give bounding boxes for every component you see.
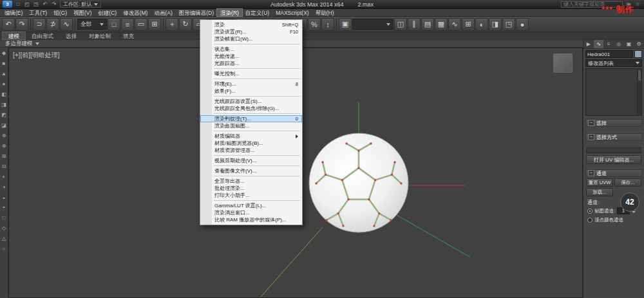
left-toolbar-icon[interactable]: ⊗ xyxy=(1,142,8,150)
vertex-color-channel-radio[interactable]: 顶点颜色通道 xyxy=(583,216,644,225)
left-toolbar-icon[interactable]: ▲ xyxy=(1,70,8,78)
menu-item[interactable]: 材质资源管理器... xyxy=(200,147,302,154)
soccer-ball-model[interactable] xyxy=(307,131,410,234)
schematic-view-icon[interactable]: ⊞ xyxy=(462,18,475,31)
menubar-item[interactable]: MAXScript(X) xyxy=(272,9,312,16)
menubar-item[interactable]: 渲染(R) xyxy=(217,9,242,16)
rendered-frame-window-icon[interactable]: ◳ xyxy=(502,18,515,31)
window-crossing-icon[interactable]: ⊞ xyxy=(148,18,161,31)
menu-item[interactable]: 光线跟踪器设置(S)... xyxy=(200,98,302,105)
panel-tab-motion[interactable]: ◎ xyxy=(614,40,624,48)
menubar-item[interactable]: 修改器(M) xyxy=(120,9,151,16)
menubar-item[interactable]: 创建(C) xyxy=(95,9,120,16)
open-uv-editor-button[interactable]: 打开 UV 编辑器... xyxy=(586,155,641,164)
left-toolbar-icon[interactable]: ■ xyxy=(1,59,8,68)
ribbon-tab[interactable]: 对象绘制 xyxy=(83,32,117,39)
ribbon-tab[interactable]: 选择 xyxy=(60,32,82,39)
edit-named-selection-sets-icon[interactable]: ▣ xyxy=(339,18,352,31)
panel-tab-create[interactable]: ▶ xyxy=(583,40,594,48)
left-toolbar-icon[interactable]: ◑ xyxy=(1,183,8,191)
menu-item[interactable]: 渲染到纹理(T)...0 xyxy=(200,115,302,122)
left-toolbar-icon[interactable]: ◓ xyxy=(1,203,8,212)
left-toolbar-icon[interactable]: ◇ xyxy=(1,224,8,232)
spinner-snap-icon[interactable]: ↕ xyxy=(321,18,334,31)
favorites-icon[interactable]: ☆ xyxy=(634,1,641,8)
ribbon-toggle-icon[interactable]: ▦ xyxy=(435,18,448,31)
left-toolbar-icon[interactable]: ◪ xyxy=(1,121,8,129)
menubar-item[interactable]: 帮助(H) xyxy=(312,9,337,16)
unlink-selection-icon[interactable]: ⊅ xyxy=(46,18,59,31)
menu-item[interactable]: Gamma/LUT 设置(L)... xyxy=(200,202,302,209)
select-and-move-icon[interactable]: ＋ xyxy=(166,18,178,31)
rollout-channel[interactable]: 通道 xyxy=(585,169,642,177)
menu-item[interactable]: 效果(F)... xyxy=(200,88,302,95)
menu-item[interactable]: 全景导出器... xyxy=(200,178,302,185)
curve-editor-icon[interactable]: ∿ xyxy=(448,18,461,31)
select-by-name-icon[interactable]: ≡ xyxy=(121,18,134,31)
layer-manager-icon[interactable]: ▤ xyxy=(421,18,434,31)
left-toolbar-icon[interactable]: ◆ xyxy=(1,49,8,57)
menu-item[interactable]: 渲染帧窗口(W)... xyxy=(200,35,302,42)
menu-item[interactable]: 渲染Shift+Q xyxy=(200,21,302,28)
selection-filter-dropdown[interactable]: 全部 xyxy=(77,19,107,30)
left-toolbar-icon[interactable]: ◐ xyxy=(1,172,8,181)
render-production-icon[interactable]: ● xyxy=(516,18,529,31)
menubar-item[interactable]: 工具(T) xyxy=(26,9,50,16)
redo-icon[interactable]: ↷ xyxy=(50,1,58,8)
menubar-item[interactable]: 视图(V) xyxy=(70,9,95,16)
ribbon-tab[interactable]: 自由形式 xyxy=(26,32,59,39)
left-toolbar-icon[interactable]: ◨ xyxy=(1,100,8,109)
modifier-list-dropdown[interactable]: 修改器列表 xyxy=(585,59,642,67)
menubar-item[interactable]: 图形编辑器(D) xyxy=(176,9,217,16)
menu-item[interactable]: 打印大小助手... xyxy=(200,192,302,199)
save-uvs-button[interactable]: 保存... xyxy=(614,178,641,187)
left-toolbar-icon[interactable]: ⊞ xyxy=(1,152,8,160)
select-and-link-icon[interactable]: ⊃ xyxy=(33,18,46,31)
menu-item[interactable]: 渲染消息窗口... xyxy=(200,209,302,216)
panel-tab-utilities[interactable]: ⚙ xyxy=(634,40,644,48)
stack-scrollbar[interactable] xyxy=(637,69,641,115)
mirror-icon[interactable]: ◫ xyxy=(394,18,407,31)
object-color-swatch[interactable] xyxy=(634,50,642,58)
material-editor-icon[interactable]: ◐ xyxy=(475,18,488,31)
panel-tab-modify[interactable]: ∿ xyxy=(594,40,604,48)
ribbon-tab[interactable]: 填充 xyxy=(117,32,140,39)
rollout-selection[interactable]: 选择 xyxy=(585,119,642,127)
bind-to-space-warp-icon[interactable]: ∿ xyxy=(60,18,73,31)
new-file-icon[interactable]: □ xyxy=(14,1,22,8)
menu-item[interactable]: 比较 RAM 播放器中的媒体(P)... xyxy=(200,216,302,223)
left-toolbar-icon[interactable]: ◒ xyxy=(1,193,8,201)
reset-uvw-button[interactable]: 重置 UVW xyxy=(586,178,613,187)
render-setup-icon[interactable]: ◨ xyxy=(489,18,502,31)
redo-icon[interactable]: ↷ xyxy=(15,18,28,31)
menu-item[interactable]: 光跟踪器... xyxy=(200,60,302,67)
left-toolbar-icon[interactable]: □ xyxy=(1,214,8,222)
menu-item[interactable]: 查看图像文件(V)... xyxy=(200,167,302,174)
percent-snap-icon[interactable]: % xyxy=(308,18,321,31)
menu-item[interactable]: 材质编辑器 xyxy=(200,133,302,140)
left-toolbar-icon[interactable]: ● xyxy=(1,80,8,88)
left-toolbar-icon[interactable]: ○ xyxy=(1,245,8,253)
viewport-label[interactable]: [+][前][明暗处理] xyxy=(13,51,60,60)
object-name-field[interactable]: Hedra001 xyxy=(585,50,633,58)
ribbon-tab[interactable]: 建模 xyxy=(3,32,25,39)
save-file-icon[interactable]: ◳ xyxy=(32,1,40,8)
left-toolbar-icon[interactable]: ⊕ xyxy=(1,131,8,140)
rollout-select-by[interactable]: 选择方式 xyxy=(585,133,642,141)
open-file-icon[interactable]: ◰ xyxy=(23,1,31,8)
left-toolbar-icon[interactable]: ◩ xyxy=(1,111,8,119)
select-and-rotate-icon[interactable]: ↻ xyxy=(179,18,192,31)
selection-region-icon[interactable]: ▭ xyxy=(135,18,147,31)
menu-item[interactable]: 材质/贴图浏览器(B)... xyxy=(200,140,302,147)
menubar-item[interactable]: 动画(A) xyxy=(151,9,175,16)
panel-tab-display[interactable]: ▣ xyxy=(624,40,634,48)
menu-item[interactable]: 曝光控制... xyxy=(200,70,302,77)
menubar-item[interactable]: 编辑(E) xyxy=(1,9,26,16)
named-selection-sets-dropdown[interactable] xyxy=(352,19,393,30)
select-object-icon[interactable]: □ xyxy=(108,18,120,31)
menu-item[interactable]: 状态集... xyxy=(200,46,302,53)
menu-item[interactable]: 光线跟踪全局包含/排除(G)... xyxy=(200,105,302,112)
menu-item[interactable]: 光能传递... xyxy=(200,53,302,60)
application-menu-button[interactable]: 3 xyxy=(3,1,12,8)
left-toolbar-icon[interactable]: △ xyxy=(1,234,8,243)
